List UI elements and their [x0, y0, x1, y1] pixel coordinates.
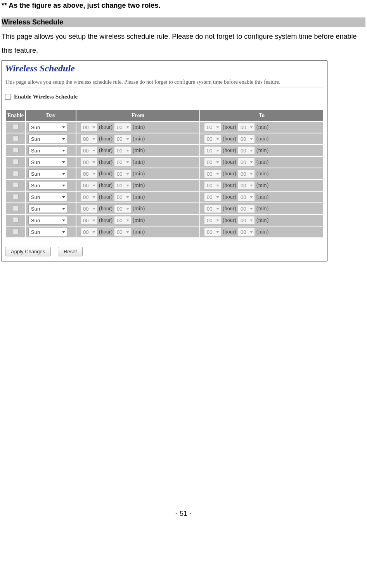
from-hour-select[interactable]: 00	[80, 181, 97, 190]
from-hour-select[interactable]: 00	[80, 158, 97, 166]
from-min-select[interactable]: 00	[114, 193, 131, 201]
min-unit: (min)	[256, 124, 268, 130]
from-min-select[interactable]: 00	[114, 158, 131, 166]
min-unit: (min)	[133, 171, 145, 177]
chevron-down-icon	[250, 185, 253, 187]
reset-button[interactable]: Reset	[58, 247, 83, 256]
from-min-select[interactable]: 00	[114, 146, 131, 155]
screenshot-title: Wireless Schedule	[5, 63, 324, 74]
from-hour-select[interactable]: 00	[80, 135, 97, 143]
to-min-select[interactable]: 00	[238, 135, 255, 143]
to-hour-select[interactable]: 00	[204, 216, 221, 225]
from-min-select[interactable]: 00	[114, 135, 131, 143]
from-min-select[interactable]: 00	[114, 123, 131, 131]
chevron-down-icon	[62, 231, 65, 233]
row-enable-checkbox[interactable]	[13, 194, 19, 199]
day-select[interactable]: Sun	[28, 123, 67, 131]
to-min-value: 00	[241, 171, 246, 177]
enable-wireless-schedule-checkbox[interactable]	[5, 94, 11, 100]
to-min-select[interactable]: 00	[238, 204, 255, 213]
chevron-down-icon	[62, 150, 65, 152]
min-unit: (min)	[133, 217, 145, 223]
to-hour-value: 00	[207, 171, 212, 177]
hour-unit: (hour)	[99, 171, 113, 177]
from-hour-select[interactable]: 00	[80, 193, 97, 201]
day-select[interactable]: Sun	[28, 135, 67, 143]
to-min-select[interactable]: 00	[238, 228, 255, 236]
from-hour-value: 00	[83, 171, 88, 177]
to-min-select[interactable]: 00	[238, 216, 255, 225]
row-enable-checkbox[interactable]	[13, 159, 19, 164]
row-enable-checkbox[interactable]	[13, 135, 19, 141]
to-min-select[interactable]: 00	[238, 123, 255, 131]
from-min-select[interactable]: 00	[114, 228, 131, 236]
day-select[interactable]: Sun	[28, 158, 67, 166]
row-enable-checkbox[interactable]	[13, 170, 19, 176]
from-hour-select[interactable]: 00	[80, 169, 97, 178]
chevron-down-icon	[126, 208, 129, 210]
chevron-down-icon	[62, 173, 65, 175]
chevron-down-icon	[250, 161, 253, 163]
min-unit: (min)	[133, 159, 145, 165]
divider	[5, 88, 324, 88]
day-select[interactable]: Sun	[28, 204, 67, 213]
day-select[interactable]: Sun	[28, 146, 67, 155]
to-hour-select[interactable]: 00	[204, 204, 221, 213]
to-hour-select[interactable]: 00	[204, 228, 221, 236]
day-select[interactable]: Sun	[28, 228, 67, 236]
apply-changes-button[interactable]: Apply Changes	[5, 247, 51, 256]
day-value: Sun	[31, 218, 40, 223]
chevron-down-icon	[92, 150, 95, 152]
from-min-select[interactable]: 00	[114, 216, 131, 225]
chevron-down-icon	[62, 161, 65, 163]
to-min-select[interactable]: 00	[238, 181, 255, 190]
chevron-down-icon	[250, 138, 253, 140]
hour-unit: (hour)	[223, 159, 236, 165]
to-min-select[interactable]: 00	[238, 169, 255, 178]
chevron-down-icon	[62, 208, 65, 210]
day-select[interactable]: Sun	[28, 181, 67, 190]
row-enable-checkbox[interactable]	[13, 182, 19, 188]
row-enable-checkbox[interactable]	[13, 205, 19, 211]
hour-unit: (hour)	[223, 147, 236, 154]
to-hour-value: 00	[207, 218, 212, 223]
day-select[interactable]: Sun	[28, 216, 67, 225]
chevron-down-icon	[92, 231, 95, 233]
to-min-select[interactable]: 00	[238, 158, 255, 166]
to-hour-select[interactable]: 00	[204, 135, 221, 143]
from-min-select[interactable]: 00	[114, 204, 131, 213]
hour-unit: (hour)	[223, 136, 236, 142]
row-enable-checkbox[interactable]	[13, 228, 19, 234]
to-min-select[interactable]: 00	[238, 193, 255, 201]
row-enable-checkbox[interactable]	[13, 217, 19, 223]
to-hour-select[interactable]: 00	[204, 158, 221, 166]
table-row: Sun00(hour)00(min)00(hour)00(min)	[5, 203, 324, 214]
chevron-down-icon	[92, 208, 95, 210]
to-min-select[interactable]: 00	[238, 146, 255, 155]
row-enable-checkbox[interactable]	[13, 147, 19, 153]
from-hour-value: 00	[83, 183, 88, 189]
from-hour-select[interactable]: 00	[80, 146, 97, 155]
from-hour-select[interactable]: 00	[80, 123, 97, 131]
from-min-select[interactable]: 00	[114, 181, 131, 190]
to-hour-value: 00	[207, 206, 212, 212]
chevron-down-icon	[250, 150, 253, 152]
from-hour-select[interactable]: 00	[80, 204, 97, 213]
to-min-value: 00	[241, 125, 246, 130]
to-hour-select[interactable]: 00	[204, 193, 221, 201]
day-value: Sun	[31, 159, 40, 165]
hour-unit: (hour)	[223, 182, 236, 189]
from-min-select[interactable]: 00	[114, 169, 131, 178]
day-select[interactable]: Sun	[28, 169, 67, 178]
chevron-down-icon	[126, 185, 129, 187]
row-enable-checkbox[interactable]	[13, 124, 19, 130]
to-hour-select[interactable]: 00	[204, 181, 221, 190]
day-select[interactable]: Sun	[28, 193, 67, 201]
from-hour-select[interactable]: 00	[80, 228, 97, 236]
to-hour-select[interactable]: 00	[204, 169, 221, 178]
day-value: Sun	[31, 125, 40, 130]
to-hour-select[interactable]: 00	[204, 146, 221, 155]
min-unit: (min)	[133, 194, 145, 200]
from-hour-select[interactable]: 00	[80, 216, 97, 225]
to-hour-select[interactable]: 00	[204, 123, 221, 131]
